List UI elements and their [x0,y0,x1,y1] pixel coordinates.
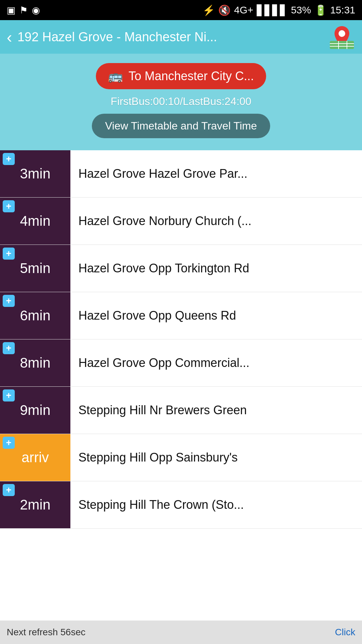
network-icon: 4G+ [234,4,253,16]
time-label: 3min [20,166,50,182]
time-box: +3min [0,150,70,197]
mute-icon: 🔇 [218,4,231,16]
list-item[interactable]: +4minHazel Grove Norbury Church (... [0,198,362,245]
header-section: 🚌 To Manchester City C... FirstBus:00:10… [0,54,362,150]
stop-name: Hazel Grove Opp Torkington Rd [70,261,362,276]
time-label: 5min [20,260,50,276]
refresh-text: Next refresh 56sec [7,627,85,638]
flag-icon: ⚑ [19,5,28,16]
bottom-bar: Next refresh 56sec Click [0,621,362,644]
list-item[interactable]: +6minHazel Grove Opp Queens Rd [0,292,362,339]
screen-icon: ▣ [7,5,15,16]
time-box: +9min [0,387,70,434]
list-item[interactable]: +9minStepping Hill Nr Brewers Green [0,387,362,434]
plus-badge[interactable]: + [3,295,15,307]
plus-badge[interactable]: + [3,153,15,165]
time-box: +2min [0,481,70,528]
plus-badge[interactable]: + [3,484,15,496]
status-right: ⚡ 🔇 4G+ ▋▋▋▋ 53% 🔋 15:31 [202,4,355,16]
plus-badge[interactable]: + [3,437,15,449]
timetable-button[interactable]: View Timetable and Travel Time [92,114,270,138]
map-icon[interactable] [328,23,355,50]
time-label: 8min [20,355,50,371]
time-label: 9min [20,402,50,418]
back-button[interactable]: ‹ [7,28,12,46]
list-item[interactable]: +5minHazel Grove Opp Torkington Rd [0,245,362,292]
nav-title: 192 Hazel Grove - Manchester Ni... [17,30,323,44]
stop-name: Hazel Grove Opp Queens Rd [70,308,362,324]
signal-bars: ▋▋▋▋ [257,4,288,16]
time-box: +8min [0,339,70,386]
plus-badge[interactable]: + [3,389,15,401]
time-box: +6min [0,292,70,339]
time-box: +4min [0,198,70,245]
status-bar: ▣ ⚑ ◉ ⚡ 🔇 4G+ ▋▋▋▋ 53% 🔋 15:31 [0,0,362,20]
stop-list: +3minHazel Grove Hazel Grove Par...+4min… [0,150,362,529]
plus-badge[interactable]: + [3,342,15,354]
time-label: 6min [20,308,50,324]
time-label: 2min [20,497,50,513]
stop-name: Stepping Hill The Crown (Sto... [70,497,362,513]
click-link[interactable]: Click [335,627,355,638]
direction-label: To Manchester City C... [128,69,254,83]
schedule-text: FirstBus:00:10/LastBus:24:00 [111,95,251,108]
list-item[interactable]: +2minStepping Hill The Crown (Sto... [0,481,362,529]
clock: 15:31 [330,4,355,16]
time-box: +5min [0,245,70,292]
time-label: arriv [21,449,49,466]
battery-icon: 🔋 [314,4,327,16]
bluetooth-icon: ⚡ [202,4,215,16]
list-item[interactable]: +3minHazel Grove Hazel Grove Par... [0,150,362,198]
time-box: +arriv [0,434,70,481]
stop-name: Hazel Grove Opp Commercial... [70,355,362,371]
battery-percent: 53% [291,4,311,16]
nav-bar: ‹ 192 Hazel Grove - Manchester Ni... [0,20,362,54]
stop-name: Stepping Hill Nr Brewers Green [70,402,362,418]
time-label: 4min [20,213,50,229]
svg-rect-2 [330,41,354,49]
list-item[interactable]: +arrivStepping Hill Opp Sainsbury's [0,434,362,481]
bus-icon: 🚌 [108,69,123,83]
stop-name: Hazel Grove Hazel Grove Par... [70,166,362,182]
plus-badge[interactable]: + [3,248,15,260]
plus-badge[interactable]: + [3,200,15,212]
svg-point-1 [339,30,345,37]
chrome-icon: ◉ [32,5,40,16]
status-icons: ▣ ⚑ ◉ [7,5,40,16]
list-item[interactable]: +8minHazel Grove Opp Commercial... [0,339,362,387]
stop-name: Hazel Grove Norbury Church (... [70,213,362,229]
stop-name: Stepping Hill Opp Sainsbury's [70,450,362,466]
direction-button[interactable]: 🚌 To Manchester City C... [96,63,266,89]
